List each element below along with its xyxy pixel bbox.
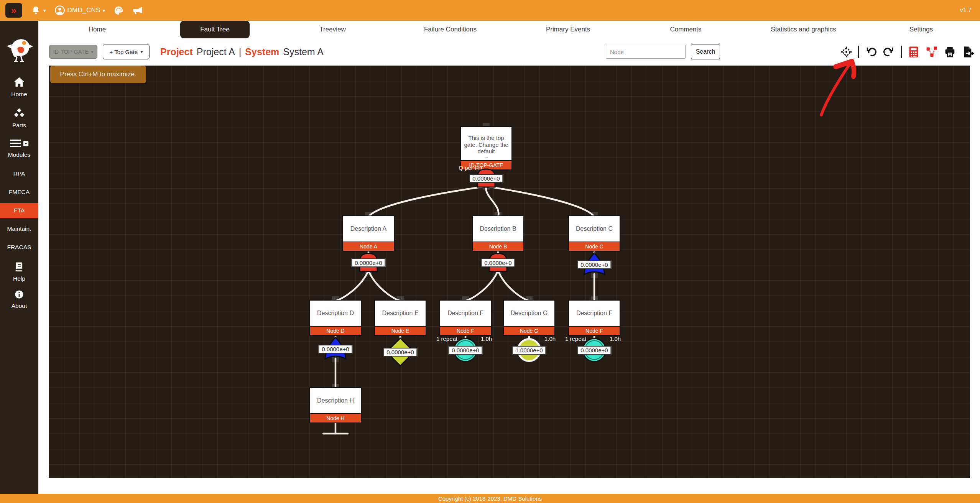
node-description: Description B — [473, 216, 523, 242]
tab-fault-tree[interactable]: Fault Tree — [156, 21, 274, 38]
sidebar-item-fmeca[interactable]: FMECA — [0, 184, 38, 200]
system-name: System A — [283, 46, 324, 58]
tree-node-top[interactable]: This is the top gate. Change the default… — [460, 126, 512, 170]
probability-badge: 1.0000e+0 — [512, 346, 546, 355]
node-id-label: Node F — [440, 326, 491, 335]
sidebar-item-fta[interactable]: FTA — [0, 203, 38, 218]
maximize-tooltip-text: Press Ctrl+M to maximize. — [60, 71, 136, 78]
parts-icon — [13, 108, 25, 120]
active-tab-pill[interactable]: Fault Tree — [180, 21, 250, 38]
tab-statistics-and-graphics[interactable]: Statistics and graphics — [745, 21, 862, 38]
breadcrumb-divider: | — [239, 46, 242, 58]
app-logo-bird[interactable] — [5, 32, 33, 65]
node-id-label: Node H — [310, 413, 361, 422]
copyright-text: Copyright (c) 2018-2023, DMD Solutions — [438, 495, 542, 502]
notifications-button[interactable]: ▾ — [31, 5, 46, 16]
node-description: Description G — [504, 301, 554, 326]
project-name: Project A — [197, 46, 235, 58]
node-description: Description H — [310, 388, 361, 413]
sidebar: Home Parts Modules RPA FMECA FTA Maintai… — [0, 21, 38, 494]
tree-node-E[interactable]: Description ENode E — [374, 300, 426, 336]
sidebar-item-home[interactable]: Home — [0, 74, 38, 100]
user-name: DMD_CNS — [67, 7, 100, 14]
bell-icon — [31, 5, 41, 16]
tree-node-H[interactable]: Description HNode H — [309, 387, 362, 423]
tab-comments[interactable]: Comments — [627, 21, 745, 38]
user-menu[interactable]: DMD_CNS ▾ — [54, 5, 105, 16]
tree-node-A[interactable]: Description ANode A — [342, 215, 395, 252]
sidebar-item-help[interactable]: Help — [0, 259, 38, 284]
tree-node-D[interactable]: Description DNode D — [309, 300, 362, 336]
tree-node-F2[interactable]: Description FNode F — [568, 300, 620, 336]
gate-selector-dropdown[interactable]: ID-TOP-GATE ▾ — [49, 45, 97, 59]
chevron-down-icon: ▾ — [103, 8, 105, 13]
sidebar-item-label: Modules — [8, 151, 31, 158]
tab-treeview[interactable]: Treeview — [274, 21, 391, 38]
sidebar-item-label: RPA — [13, 170, 25, 177]
node-description: Description F — [440, 301, 491, 326]
tab-failure-conditions[interactable]: Failure Conditions — [391, 21, 509, 38]
node-id-label: Node F — [569, 326, 620, 335]
theme-palette-button[interactable] — [113, 5, 124, 16]
sidebar-item-maintain[interactable]: Maintain. — [0, 221, 38, 237]
probability-badge: 0.0000e+0 — [577, 346, 611, 355]
probability-badge: 0.0000e+0 — [318, 345, 352, 353]
node-description: This is the top gate. Change the default — [461, 127, 511, 155]
probability-badge: 0.0000e+0 — [383, 348, 417, 357]
probability-badge: 0.0000e+0 — [351, 258, 385, 267]
node-search-input[interactable] — [606, 45, 686, 59]
sidebar-item-about[interactable]: About — [0, 288, 38, 312]
node-id-label: Node D — [310, 326, 361, 335]
tree-node-F[interactable]: Description FNode F — [439, 300, 492, 336]
info-icon — [15, 290, 24, 301]
tree-node-C[interactable]: Description CNode C — [568, 215, 620, 252]
maximize-tooltip: Press Ctrl+M to maximize. — [50, 66, 146, 83]
megaphone-icon — [132, 5, 143, 16]
system-label: System — [245, 46, 279, 58]
top-bar: » ▾ DMD_CNS ▾ v1.7 — [0, 0, 980, 21]
auto-layout-icon[interactable] — [926, 46, 938, 58]
fault-tree-canvas[interactable]: Press Ctrl+M to maximize. This is the to… — [49, 66, 970, 478]
tab-primary-events[interactable]: Primary Events — [509, 21, 627, 38]
tree-node-G[interactable]: Description GNode G — [503, 300, 555, 336]
footer-bar: Copyright (c) 2018-2023, DMD Solutions — [0, 494, 980, 503]
node-id-label: Node B — [473, 242, 523, 251]
tab-settings[interactable]: Settings — [862, 21, 980, 38]
add-top-gate-button[interactable]: + Top Gate ▾ — [103, 44, 150, 59]
palette-icon — [113, 5, 124, 16]
announcements-button[interactable] — [132, 5, 143, 16]
modules-icon — [10, 139, 21, 150]
probability-badge: 0.0000e+0 — [577, 260, 611, 269]
add-top-gate-label: + Top Gate — [109, 49, 138, 55]
sidebar-item-label: Help — [13, 275, 25, 282]
probability-badge: 0.0000e+0 — [469, 174, 503, 183]
node-description: Description C — [569, 216, 620, 242]
sidebar-item-modules[interactable]: Modules — [0, 136, 38, 161]
project-label: Project — [160, 46, 193, 58]
main-content: HomeFault TreeTreeviewFailure Conditions… — [38, 21, 980, 494]
module-tab-bar: HomeFault TreeTreeviewFailure Conditions… — [38, 21, 980, 38]
modules-dropdown-icon[interactable] — [23, 141, 29, 148]
search-button[interactable]: Search — [691, 44, 720, 59]
help-book-icon — [14, 261, 25, 273]
sidebar-item-parts[interactable]: Parts — [0, 105, 38, 131]
home-icon — [13, 77, 25, 89]
tab-home[interactable]: Home — [38, 21, 156, 38]
sidebar-item-fracas[interactable]: FRACAS — [0, 240, 38, 255]
collapse-sidebar-button[interactable]: » — [5, 3, 22, 18]
undo-icon[interactable] — [865, 46, 877, 58]
focus-target-icon[interactable] — [840, 46, 852, 58]
node-id-label: Node G — [504, 326, 554, 335]
tree-node-B[interactable]: Description BNode B — [472, 215, 524, 252]
sidebar-item-rpa[interactable]: RPA — [0, 166, 38, 181]
print-icon[interactable] — [944, 46, 956, 58]
sidebar-item-label: Home — [11, 91, 27, 98]
redo-icon[interactable] — [883, 46, 895, 58]
time-annotation: 1.0h — [544, 335, 556, 342]
time-annotation: 1.0h — [610, 335, 621, 342]
time-annotation: 1.0h — [481, 335, 492, 342]
node-id-label: Node C — [569, 242, 620, 251]
sidebar-item-label: About — [12, 302, 27, 309]
export-icon[interactable] — [962, 46, 974, 58]
calculate-icon[interactable] — [908, 46, 920, 58]
